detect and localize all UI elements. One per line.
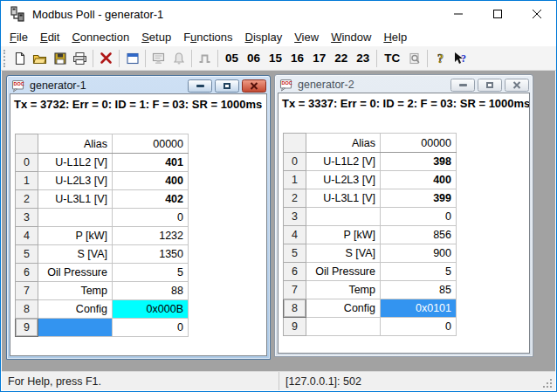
minimize-button[interactable] bbox=[438, 1, 478, 27]
alias-cell[interactable]: U-L3L1 [V] bbox=[38, 190, 113, 209]
alias-cell[interactable] bbox=[306, 318, 381, 336]
value-cell[interactable]: 900 bbox=[381, 244, 457, 263]
communication-button[interactable] bbox=[148, 48, 168, 68]
row-number-cell[interactable]: 1 bbox=[284, 171, 306, 189]
child-close-button[interactable] bbox=[505, 79, 529, 92]
open-file-button[interactable] bbox=[30, 48, 50, 68]
function-15-button[interactable]: 15 bbox=[265, 52, 286, 65]
child-window-generator-1[interactable]: DOC generator-1 Tx = 3732: Err = 0: ID =… bbox=[6, 75, 271, 360]
child-title-bar[interactable]: DOC generator-1 bbox=[7, 76, 270, 93]
menu-item-view[interactable]: View bbox=[288, 28, 325, 46]
value-cell[interactable]: 1350 bbox=[113, 245, 189, 264]
alias-cell[interactable]: U-L1L2 [V] bbox=[38, 154, 113, 172]
menu-item-functions[interactable]: Functions bbox=[177, 28, 238, 46]
save-button[interactable] bbox=[50, 48, 70, 68]
read-write-definition-button[interactable] bbox=[122, 48, 142, 68]
menu-item-display[interactable]: Display bbox=[239, 28, 289, 46]
row-number-cell[interactable]: 5 bbox=[284, 244, 306, 263]
child-title-bar[interactable]: DOC generator-2 bbox=[275, 75, 533, 93]
alias-cell[interactable]: U-L2L3 [V] bbox=[38, 172, 113, 190]
alias-cell[interactable]: Temp bbox=[306, 281, 381, 299]
value-cell[interactable]: 0x000B bbox=[113, 300, 189, 319]
value-cell[interactable]: 85 bbox=[381, 281, 457, 299]
child-restore-button[interactable] bbox=[478, 79, 502, 92]
child-minimize-button[interactable] bbox=[188, 79, 212, 93]
row-number-cell[interactable]: 3 bbox=[16, 209, 38, 227]
function-17-button[interactable]: 17 bbox=[308, 52, 330, 65]
value-cell[interactable]: 1232 bbox=[113, 227, 189, 245]
alias-cell[interactable] bbox=[38, 319, 113, 337]
print-button[interactable] bbox=[70, 48, 90, 68]
value-cell[interactable]: 5 bbox=[113, 264, 189, 282]
disconnect-button[interactable] bbox=[96, 48, 116, 68]
row-number-cell[interactable]: 7 bbox=[16, 282, 38, 300]
alias-cell[interactable]: Config bbox=[38, 300, 113, 319]
new-document-button[interactable] bbox=[10, 48, 30, 68]
alarm-button[interactable] bbox=[168, 48, 189, 68]
value-cell[interactable]: 88 bbox=[113, 282, 189, 300]
context-help-button[interactable]: ? bbox=[450, 48, 471, 68]
row-number-cell[interactable]: 9 bbox=[16, 319, 38, 337]
alias-cell[interactable]: S [VA] bbox=[38, 245, 113, 264]
menu-item-window[interactable]: Window bbox=[325, 28, 377, 46]
value-cell[interactable]: 400 bbox=[113, 172, 189, 190]
row-number-cell[interactable]: 6 bbox=[284, 263, 306, 281]
child-close-button[interactable] bbox=[242, 79, 266, 93]
alias-cell[interactable]: P [kW] bbox=[306, 226, 381, 244]
function-23-button[interactable]: 23 bbox=[352, 52, 374, 65]
value-cell[interactable]: 0 bbox=[381, 208, 457, 226]
row-number-cell[interactable]: 4 bbox=[284, 226, 306, 244]
pulse-button[interactable] bbox=[195, 48, 215, 68]
maximize-button[interactable] bbox=[478, 1, 517, 27]
resize-grip[interactable] bbox=[540, 376, 554, 390]
value-cell[interactable]: 399 bbox=[381, 189, 457, 208]
value-cell[interactable]: 400 bbox=[381, 171, 457, 189]
value-cell[interactable]: 856 bbox=[381, 226, 457, 244]
alias-cell[interactable]: Temp bbox=[38, 282, 113, 300]
value-cell[interactable]: 0 bbox=[113, 319, 189, 337]
value-cell[interactable]: 401 bbox=[113, 154, 189, 172]
value-cell[interactable]: 0 bbox=[113, 209, 189, 227]
title-bar[interactable]: Modbus Poll - generator-1 bbox=[1, 1, 556, 27]
row-number-cell[interactable]: 8 bbox=[16, 300, 38, 319]
alias-cell[interactable]: U-L2L3 [V] bbox=[306, 171, 381, 189]
row-number-cell[interactable]: 1 bbox=[16, 172, 38, 190]
value-cell[interactable]: 398 bbox=[381, 153, 457, 171]
value-cell[interactable]: 5 bbox=[381, 263, 457, 281]
function-05-button[interactable]: 05 bbox=[221, 52, 243, 65]
value-cell[interactable]: 0x0101 bbox=[381, 299, 457, 318]
close-button[interactable] bbox=[517, 1, 556, 27]
menu-item-setup[interactable]: Setup bbox=[135, 28, 177, 46]
menu-item-help[interactable]: Help bbox=[377, 28, 413, 46]
menu-item-connection[interactable]: Connection bbox=[65, 28, 135, 46]
row-number-cell[interactable]: 2 bbox=[284, 189, 306, 208]
alias-cell[interactable]: Oil Pressure bbox=[38, 264, 113, 282]
row-number-cell[interactable]: 8 bbox=[284, 299, 306, 318]
row-number-cell[interactable]: 3 bbox=[284, 208, 306, 226]
zoom-document-button[interactable] bbox=[404, 48, 424, 68]
function-06-button[interactable]: 06 bbox=[243, 52, 265, 65]
row-number-cell[interactable]: 2 bbox=[16, 190, 38, 209]
row-number-cell[interactable]: 0 bbox=[16, 154, 38, 172]
row-number-cell[interactable]: 4 bbox=[16, 227, 38, 245]
alias-cell[interactable]: S [VA] bbox=[306, 244, 381, 263]
row-number-cell[interactable]: 7 bbox=[284, 281, 306, 299]
menu-item-file[interactable]: File bbox=[3, 28, 34, 46]
child-window-generator-2[interactable]: DOC generator-2 Tx = 3337: Err = 0: ID =… bbox=[274, 74, 533, 357]
alias-cell[interactable]: P [kW] bbox=[38, 227, 113, 245]
help-button[interactable]: ? bbox=[430, 48, 450, 68]
child-minimize-button[interactable] bbox=[450, 79, 475, 92]
row-number-cell[interactable]: 6 bbox=[16, 264, 38, 282]
alias-cell[interactable]: U-L3L1 [V] bbox=[306, 189, 381, 208]
alias-cell[interactable]: Config bbox=[306, 299, 381, 318]
function-22-button[interactable]: 22 bbox=[330, 52, 352, 65]
alias-cell[interactable]: Oil Pressure bbox=[306, 263, 381, 281]
test-center-button[interactable]: TC bbox=[380, 52, 404, 65]
value-cell[interactable]: 402 bbox=[113, 190, 189, 209]
value-cell[interactable]: 0 bbox=[381, 318, 457, 336]
row-number-cell[interactable]: 5 bbox=[16, 245, 38, 264]
child-restore-button[interactable] bbox=[215, 79, 239, 93]
function-16-button[interactable]: 16 bbox=[286, 52, 308, 65]
alias-cell[interactable] bbox=[306, 208, 381, 226]
menu-item-edit[interactable]: Edit bbox=[34, 28, 65, 46]
